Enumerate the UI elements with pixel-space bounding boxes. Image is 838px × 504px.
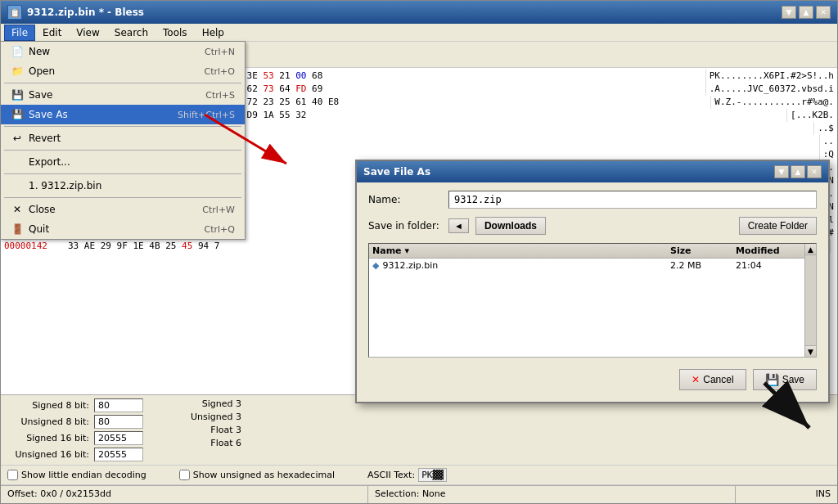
cancel-icon: ✕ xyxy=(692,374,700,385)
file-modified: 21:04 xyxy=(736,260,801,271)
modified-column-header: Modified xyxy=(736,245,801,256)
scroll-up-button[interactable]: ▲ xyxy=(805,244,816,255)
folder-back-button[interactable]: ◄ xyxy=(448,218,469,233)
file-list-container: Name ▾ Size Modified ◆ 9312.zip.bin 2.2 … xyxy=(368,243,817,358)
dialog-close-button[interactable]: ✕ xyxy=(807,165,822,178)
dialog-body: Name: Save in folder: ◄ Downloads Create… xyxy=(357,182,828,402)
file-name: 9312.zip.bin xyxy=(382,260,670,271)
scrollbar[interactable]: ▲ ▼ xyxy=(804,244,816,357)
dialog-footer: ✕ Cancel 💾 Save xyxy=(368,366,817,394)
folder-name-button[interactable]: Downloads xyxy=(475,217,546,235)
file-list[interactable]: Name ▾ Size Modified ◆ 9312.zip.bin 2.2 … xyxy=(369,244,804,357)
size-column-header: Size xyxy=(670,245,736,256)
save-button[interactable]: 💾 Save xyxy=(753,369,817,390)
file-size: 2.2 MB xyxy=(670,260,736,271)
file-list-header: Name ▾ Size Modified xyxy=(369,244,804,259)
file-icon: ◆ xyxy=(372,260,379,271)
folder-label: Save in folder: xyxy=(368,220,442,232)
dialog-minimize-button[interactable]: ▼ xyxy=(774,165,789,178)
name-row: Name: xyxy=(368,191,817,209)
save-icon: 💾 xyxy=(765,373,779,386)
create-folder-button[interactable]: Create Folder xyxy=(739,217,817,235)
name-input[interactable] xyxy=(448,191,817,209)
dialog-title-bar: Save File As ▼ ▲ ✕ xyxy=(357,161,828,182)
dialog-maximize-button[interactable]: ▲ xyxy=(791,165,805,178)
save-dialog: Save File As ▼ ▲ ✕ Name: Save in folder:… xyxy=(355,160,830,403)
name-label: Name: xyxy=(368,194,442,205)
scroll-down-button[interactable]: ▼ xyxy=(805,345,816,357)
sort-icon: ▾ xyxy=(405,245,410,256)
dialog-overlay: Save File As ▼ ▲ ✕ Name: Save in folder:… xyxy=(0,0,838,504)
folder-row: Save in folder: ◄ Downloads Create Folde… xyxy=(368,217,817,235)
dialog-title: Save File As xyxy=(363,166,430,178)
file-list-item[interactable]: ◆ 9312.zip.bin 2.2 MB 21:04 xyxy=(369,259,804,272)
cancel-button[interactable]: ✕ Cancel xyxy=(679,369,746,390)
